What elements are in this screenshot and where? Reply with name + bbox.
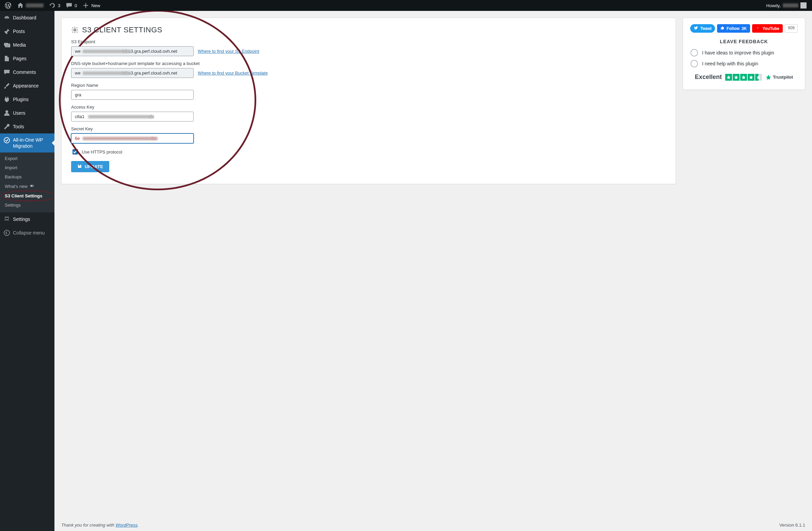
ai1wm-sub-backups[interactable]: Backups: [0, 172, 55, 182]
fb-follow-label: Follow: [727, 26, 740, 31]
sidebar-item-ai1wm[interactable]: All-in-One WP Migration: [0, 133, 55, 153]
sidebar-item-label: Comments: [13, 69, 36, 75]
access-label: Access Key: [71, 104, 666, 110]
feedback-option-1-label: I have ideas to improve this plugin: [702, 50, 774, 56]
ai1wm-sub-import[interactable]: Import: [0, 163, 55, 172]
update-button[interactable]: UPDATE: [71, 161, 109, 172]
svg-point-0: [4, 138, 10, 143]
footer-thanks-prefix: Thank you for creating with: [61, 522, 116, 528]
feedback-panel: Tweet Follow 3K YouTube 909 LEAVE FEEDBA…: [683, 18, 805, 90]
dashboard-icon: [3, 14, 10, 21]
updates-count: 3: [58, 3, 60, 8]
pages-icon: [3, 55, 10, 62]
trustpilot-brand-text: Trustpilot: [773, 74, 793, 80]
pin-icon: [3, 28, 10, 35]
s3-settings-panel: S3 CLIENT SETTINGS S3 Endpoint Where to …: [61, 18, 676, 184]
twitter-tweet-button[interactable]: Tweet: [690, 24, 715, 33]
sidebar-item-appearance[interactable]: Appearance: [0, 79, 55, 92]
sidebar-item-users[interactable]: Users: [0, 106, 55, 120]
account-menu[interactable]: Howdy,: [764, 0, 809, 11]
sidebar-item-comments[interactable]: Comments: [0, 66, 55, 79]
star-icon: [733, 74, 740, 81]
site-home-menu[interactable]: [14, 0, 46, 11]
feedback-heading: LEAVE FEEDBACK: [691, 39, 797, 44]
feedback-option-1-radio[interactable]: [691, 49, 698, 57]
submenu-label: Settings: [5, 202, 21, 207]
sidebar-item-label: Dashboard: [13, 15, 37, 20]
template-help-link[interactable]: Where to find your Bucket Template: [198, 70, 268, 75]
twitter-icon: [694, 26, 698, 31]
sidebar-item-label: Users: [13, 110, 26, 116]
template-label: DNS-style bucket+hostname:port template …: [71, 61, 666, 66]
refresh-icon: [49, 2, 56, 9]
endpoint-help-link[interactable]: Where to find your S3 Endpoint: [198, 49, 259, 54]
ai1wm-sub-whatsnew[interactable]: What's new: [0, 182, 55, 191]
users-icon: [3, 110, 10, 116]
user-name-blurred: [783, 3, 798, 8]
wordpress-link[interactable]: WordPress: [116, 522, 137, 528]
feedback-option-2-label: I need help with this plugin: [702, 61, 758, 66]
submenu-label: Backups: [5, 174, 22, 180]
ai1wm-sub-s3client[interactable]: S3 Client Settings: [0, 191, 55, 200]
settings-icon: [3, 216, 10, 223]
page-title: S3 CLIENT SETTINGS: [71, 26, 666, 34]
sidebar-item-label: Collapse menu: [13, 230, 45, 235]
comment-icon: [3, 69, 10, 75]
trustpilot-logo: Trustpilot: [765, 74, 793, 80]
update-button-label: UPDATE: [85, 164, 103, 169]
svg-point-1: [4, 230, 10, 235]
sidebar-item-dashboard[interactable]: Dashboard: [0, 11, 55, 25]
https-checkbox[interactable]: [72, 149, 78, 155]
avatar-icon: [800, 2, 807, 9]
sidebar-item-plugins[interactable]: Plugins: [0, 92, 55, 106]
submenu-label: Import: [5, 165, 17, 170]
sidebar-item-media[interactable]: Media: [0, 38, 55, 52]
sidebar-item-label: Tools: [13, 124, 24, 129]
wp-logo-menu[interactable]: [2, 0, 14, 11]
sidebar-item-label: Pages: [13, 56, 27, 61]
star-icon: [748, 74, 754, 81]
youtube-button[interactable]: YouTube: [752, 24, 783, 33]
plus-icon: [82, 2, 89, 9]
sidebar-item-label: Media: [13, 42, 26, 48]
trustpilot-row[interactable]: Excellent Trustpilot: [691, 73, 797, 81]
endpoint-label: S3 Endpoint: [71, 39, 666, 44]
wordpress-icon: [5, 2, 12, 9]
admin-sidebar: Dashboard Posts Media Pages Comments App…: [0, 11, 55, 531]
admin-bar: 3 0 New Howdy,: [0, 0, 812, 11]
fb-follow-count: 3K: [742, 26, 746, 31]
star-half-icon: [755, 74, 762, 81]
ai1wm-sub-settings[interactable]: Settings: [0, 200, 55, 210]
media-icon: [3, 42, 10, 48]
star-icon: [725, 74, 732, 81]
brush-icon: [3, 82, 10, 89]
sidebar-item-settings[interactable]: Settings: [0, 212, 55, 226]
submenu-label: Export: [5, 156, 18, 161]
comment-icon: [66, 2, 72, 9]
comments-menu[interactable]: 0: [63, 0, 79, 11]
sidebar-item-collapse[interactable]: Collapse menu: [0, 226, 55, 240]
https-label: Use HTTPS protocol: [82, 149, 122, 155]
feedback-option-2-radio[interactable]: [691, 60, 698, 67]
comments-count: 0: [74, 3, 77, 8]
sidebar-item-label: Plugins: [13, 97, 29, 102]
sidebar-item-tools[interactable]: Tools: [0, 120, 55, 133]
region-input[interactable]: [71, 90, 194, 100]
new-content-menu[interactable]: New: [79, 0, 103, 11]
tweet-label: Tweet: [700, 26, 712, 31]
ai1wm-submenu: Export Import Backups What's new S3 Clie…: [0, 153, 55, 212]
sidebar-item-pages[interactable]: Pages: [0, 52, 55, 66]
sidebar-item-posts[interactable]: Posts: [0, 25, 55, 38]
admin-footer: Thank you for creating with WordPress. V…: [61, 522, 805, 528]
howdy-prefix: Howdy,: [766, 3, 781, 8]
sidebar-item-label: All-in-One WP Migration: [13, 137, 51, 149]
svg-point-2: [74, 29, 76, 31]
ai1wm-sub-export[interactable]: Export: [0, 154, 55, 163]
yt-label: YouTube: [762, 26, 779, 31]
youtube-subscriber-count: 909: [785, 24, 798, 33]
secret-label: Secret Key: [71, 126, 666, 131]
sidebar-item-label: Settings: [13, 216, 30, 222]
updates-menu[interactable]: 3: [46, 0, 63, 11]
facebook-follow-button[interactable]: Follow 3K: [717, 24, 750, 33]
collapse-icon: [3, 229, 10, 236]
